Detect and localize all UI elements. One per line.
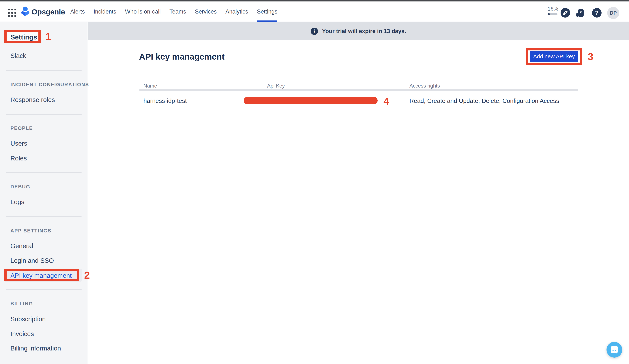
chat-bubble-icon [610, 346, 619, 354]
sidebar-item-roles[interactable]: Roles [10, 155, 27, 162]
brand-name[interactable]: Opsgenie [31, 8, 65, 16]
sidebar-item-logs[interactable]: Logs [10, 198, 24, 206]
sidebar-item-general[interactable]: General [10, 242, 33, 250]
trial-expiry-banner: i Your trial will expire in 13 days. [88, 22, 629, 40]
trial-percent-label: 16% [548, 6, 557, 12]
sidebar-header-people: PEOPLE [10, 126, 33, 131]
sidebar-divider [6, 70, 82, 71]
sidebar-divider [6, 114, 82, 115]
trial-meter-track [548, 13, 557, 15]
sidebar-divider [6, 289, 82, 290]
nav-item-incidents[interactable]: Incidents [94, 1, 116, 22]
nav-item-analytics[interactable]: Analytics [225, 1, 248, 22]
app-switcher-icon[interactable] [8, 9, 16, 17]
table-header-divider [139, 89, 578, 91]
sidebar-header-incident-configurations: INCIDENT CONFIGURATIONS [10, 82, 89, 88]
sidebar-divider [6, 216, 82, 217]
opsgenie-settings-page: Opsgenie Alerts Incidents Who is on-call… [0, 0, 629, 364]
window-top-strip [0, 0, 629, 1]
help-icon[interactable]: ? [592, 8, 602, 17]
nav-item-who-is-on-call[interactable]: Who is on-call [125, 1, 161, 22]
sidebar-header-billing: BILLING [10, 301, 33, 307]
api-key-name-cell: harness-idp-test [144, 97, 187, 104]
live-chat-button[interactable] [607, 342, 622, 358]
api-key-redacted-pill [244, 97, 378, 104]
trial-meter-fill [548, 13, 550, 15]
annotation-number-1: 1 [45, 31, 51, 42]
trial-usage-meter[interactable]: 16% [548, 6, 557, 15]
annotation-number-2: 2 [84, 270, 90, 280]
nav-item-teams[interactable]: Teams [169, 1, 186, 22]
column-header-access-rights: Access rights [409, 83, 440, 89]
sidebar-header-debug: DEBUG [10, 184, 30, 190]
sidebar-item-subscription[interactable]: Subscription [10, 315, 46, 323]
info-icon: i [311, 28, 318, 35]
sidebar-item-billing-information[interactable]: Billing information [10, 345, 61, 352]
page-title: API key management [139, 52, 224, 62]
column-header-api-key: Api Key [267, 83, 285, 89]
access-rights-cell: Read, Create and Update, Delete, Configu… [409, 97, 559, 104]
sidebar-item-users[interactable]: Users [10, 140, 27, 147]
sidebar-divider [6, 172, 82, 173]
column-header-name: Name [144, 83, 157, 89]
nav-item-services[interactable]: Services [195, 1, 217, 22]
sidebar-item-slack[interactable]: Slack [10, 52, 26, 59]
nav-item-alerts[interactable]: Alerts [70, 1, 85, 22]
sidebar-item-response-roles[interactable]: Response roles [10, 96, 55, 103]
sidebar-item-invoices[interactable]: Invoices [10, 330, 34, 338]
sidebar-header-app-settings: APP SETTINGS [10, 228, 51, 234]
top-navbar: Opsgenie Alerts Incidents Who is on-call… [0, 1, 629, 22]
explore-compass-icon[interactable] [561, 8, 570, 17]
annotation-number-4: 4 [383, 96, 389, 106]
sidebar-item-api-key-management[interactable]: API key management [10, 272, 72, 279]
whats-new-icon[interactable] [575, 8, 585, 18]
opsgenie-logo-icon[interactable] [20, 6, 30, 18]
sidebar-item-login-and-sso[interactable]: Login and SSO [10, 257, 54, 264]
settings-sidebar [0, 22, 87, 364]
annotation-number-3: 3 [588, 52, 593, 62]
sidebar-item-settings[interactable]: Settings [10, 33, 37, 41]
user-avatar[interactable]: DP [607, 7, 619, 19]
add-new-api-key-button[interactable]: Add new API key [530, 51, 578, 62]
primary-nav: Alerts Incidents Who is on-call Teams Se… [70, 1, 277, 22]
nav-item-settings[interactable]: Settings [257, 1, 277, 22]
trial-expiry-text: Your trial will expire in 13 days. [322, 28, 406, 35]
